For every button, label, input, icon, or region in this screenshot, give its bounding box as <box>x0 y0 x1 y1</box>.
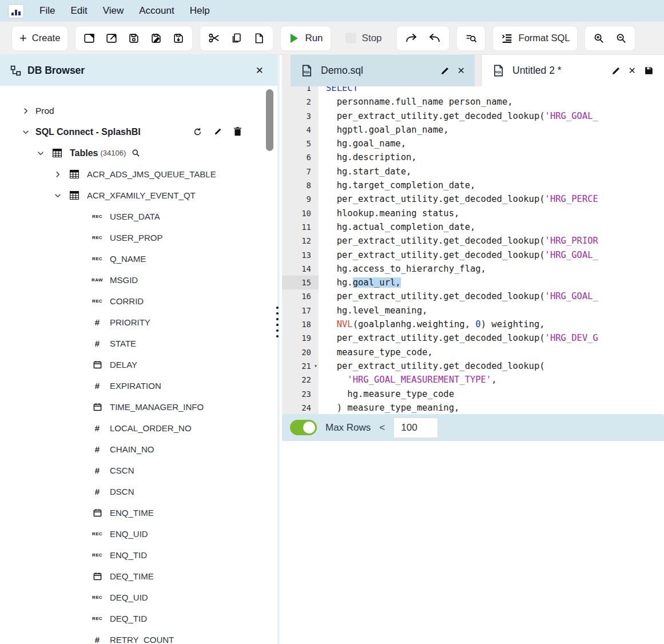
sql-code-editor[interactable]: 1SELECT2 personname.full_name person_nam… <box>282 86 664 414</box>
tree-row-retry-count[interactable]: #RETRY_COUNT <box>0 629 277 644</box>
create-button[interactable]: + Create <box>12 26 67 50</box>
menu-item-file[interactable]: File <box>39 5 55 17</box>
format-sql-button[interactable]: Format SQL <box>493 26 578 50</box>
menu-item-view[interactable]: View <box>103 5 124 17</box>
zoom-out-icon[interactable] <box>615 32 627 45</box>
code-line-3[interactable]: 3 per_extract_utility.get_decoded_lookup… <box>282 109 664 123</box>
tree-row-cscn[interactable]: #CSCN <box>0 460 277 481</box>
tree-row-q-name[interactable]: RECQ_NAME <box>0 248 277 269</box>
tree-row-corrid[interactable]: RECCORRID <box>0 291 277 312</box>
tree-row-user-data[interactable]: RECUSER_DATA <box>0 206 277 227</box>
code-text: SELECT <box>319 86 358 95</box>
tree-row-time-manager-info[interactable]: TIME_MANAGER_INFO <box>0 396 277 418</box>
code-line-4[interactable]: 4 hgptl.goal_plan_name, <box>282 123 664 137</box>
tree-row-deq-time[interactable]: DEQ_TIME <box>0 566 277 587</box>
code-line-11[interactable]: 11 hg.actual_completion_date, <box>282 220 664 234</box>
edit-pencil-icon[interactable] <box>213 127 222 137</box>
text-column-type-icon: REC <box>90 616 104 621</box>
chevron-down-icon[interactable] <box>22 128 30 136</box>
code-line-2[interactable]: 2 personname.full_name person_name, <box>282 95 664 109</box>
line-number: 21▾ <box>282 359 319 373</box>
code-line-13[interactable]: 13 per_extract_utility.get_decoded_looku… <box>282 248 664 262</box>
db-tree-scrollbar[interactable] <box>266 89 273 151</box>
find-button[interactable] <box>457 26 485 50</box>
max-rows-input[interactable] <box>393 418 438 438</box>
code-line-24[interactable]: 24 ) measure_type_meaning, <box>282 401 664 414</box>
refresh-icon[interactable] <box>193 127 202 137</box>
tab-untitled-2[interactable]: SQL Untitled 2 * ✕ <box>482 55 664 86</box>
menu-item-edit[interactable]: Edit <box>70 5 87 17</box>
tree-node-label: DEQ_UID <box>110 593 148 602</box>
tree-row-acr-ads-jms-queue-table[interactable]: ACR_ADS_JMS_QUEUE_TABLE <box>0 164 277 185</box>
chevron-down-icon[interactable] <box>54 192 62 200</box>
tree-row-priority[interactable]: #PRIORITY <box>0 312 277 333</box>
code-line-19[interactable]: 19 per_extract_utility.get_decoded_looku… <box>282 331 664 345</box>
tab-close-icon[interactable]: ✕ <box>458 65 465 76</box>
save-icon[interactable] <box>128 32 140 45</box>
code-line-10[interactable]: 10 hlookup.meaning status, <box>282 206 664 220</box>
tree-row-dscn[interactable]: #DSCN <box>0 481 277 502</box>
tree-row-acr-xfamily-event-qt[interactable]: ACR_XFAMILY_EVENT_QT <box>0 185 277 206</box>
stop-button[interactable]: Stop <box>339 26 389 50</box>
tree-row-local-order-no[interactable]: #LOCAL_ORDER_NO <box>0 418 277 439</box>
tab-demo-sql[interactable]: SQL Demo.sql ✕ <box>291 55 475 86</box>
db-browser-close-icon[interactable]: ✕ <box>256 65 264 77</box>
open-file-icon[interactable] <box>105 32 118 45</box>
chevron-down-icon[interactable] <box>37 149 45 157</box>
code-line-22[interactable]: 22 'HRG_GOAL_MEASUREMENT_TYPE', <box>282 373 664 387</box>
code-line-6[interactable]: 6 hg.description, <box>282 150 664 164</box>
undo-icon[interactable] <box>428 32 442 45</box>
code-line-21[interactable]: 21▾ per_extract_utility.get_decoded_look… <box>282 359 664 373</box>
tab-close-icon[interactable]: ✕ <box>629 65 636 76</box>
tree-row-delay[interactable]: DELAY <box>0 354 277 375</box>
tree-row-deq-tid[interactable]: RECDEQ_TID <box>0 608 277 629</box>
tree-row-user-prop[interactable]: RECUSER_PROP <box>0 227 277 248</box>
new-document-icon[interactable] <box>253 32 265 45</box>
code-line-14[interactable]: 14 hg.access_to_hierarchy_flag, <box>282 262 664 276</box>
tree-row-state[interactable]: #STATE <box>0 333 277 354</box>
tab-save-icon[interactable] <box>643 65 654 76</box>
tree-row-enq-tid[interactable]: RECENQ_TID <box>0 544 277 566</box>
code-line-7[interactable]: 7 hg.start_date, <box>282 165 664 178</box>
panel-splitter-handle[interactable] <box>276 307 279 337</box>
code-line-8[interactable]: 8 hg.target_completion_date, <box>282 178 664 192</box>
tab-rename-icon[interactable] <box>611 66 621 76</box>
save-all-icon[interactable] <box>172 32 185 45</box>
code-line-9[interactable]: 9 per_extract_utility.get_decoded_lookup… <box>282 192 664 206</box>
tree-row-msgid[interactable]: RAWMSGID <box>0 269 277 291</box>
tree-row-tables[interactable]: Tables(34106) <box>0 142 277 164</box>
tree-row-enq-time[interactable]: ENQ_TIME <box>0 502 277 523</box>
max-rows-toggle[interactable] <box>290 420 317 435</box>
save-as-icon[interactable] <box>150 32 162 45</box>
delete-trash-icon[interactable] <box>233 127 242 137</box>
redo-icon[interactable] <box>404 32 418 45</box>
line-number: 17 <box>282 304 319 317</box>
chevron-right-icon[interactable] <box>54 170 62 178</box>
tree-row-chain-no[interactable]: #CHAIN_NO <box>0 439 277 460</box>
tree-row-expiration[interactable]: #EXPIRATION <box>0 375 277 396</box>
code-line-17[interactable]: 17 hg.level_meaning, <box>282 304 664 317</box>
copy-icon[interactable] <box>230 32 243 45</box>
code-line-15[interactable]: 15 hg.goal_url, <box>282 276 664 289</box>
tree-row-prod[interactable]: Prod <box>0 100 277 121</box>
run-button[interactable]: Run <box>281 26 330 50</box>
code-line-12[interactable]: 12 per_extract_utility.get_decoded_looku… <box>282 234 664 248</box>
tree-row-deq-uid[interactable]: RECDEQ_UID <box>0 587 277 608</box>
code-line-20[interactable]: 20 measure_type_code, <box>282 345 664 359</box>
chevron-right-icon[interactable] <box>22 107 30 115</box>
code-line-18[interactable]: 18 NVL(goalplanhg.weighting, 0) weightin… <box>282 317 664 331</box>
code-line-5[interactable]: 5 hg.goal_name, <box>282 137 664 150</box>
zoom-in-icon[interactable] <box>593 32 605 45</box>
menu-item-account[interactable]: Account <box>139 5 174 17</box>
tree-row-enq-uid[interactable]: RECENQ_UID <box>0 523 277 544</box>
search-icon[interactable] <box>132 149 140 157</box>
cut-icon[interactable] <box>208 31 221 45</box>
fold-caret-icon[interactable]: ▾ <box>314 359 317 373</box>
code-line-16[interactable]: 16 per_extract_utility.get_decoded_looku… <box>282 289 664 303</box>
code-line-23[interactable]: 23 hg.measure_type_code <box>282 387 664 401</box>
tree-row-sql-connect-splashbi[interactable]: SQL Connect - SplashBI <box>0 121 277 142</box>
menu-item-help[interactable]: Help <box>190 5 210 17</box>
tab-rename-icon[interactable] <box>440 66 450 76</box>
code-line-1[interactable]: 1SELECT <box>282 86 664 95</box>
new-window-icon[interactable] <box>83 32 96 45</box>
